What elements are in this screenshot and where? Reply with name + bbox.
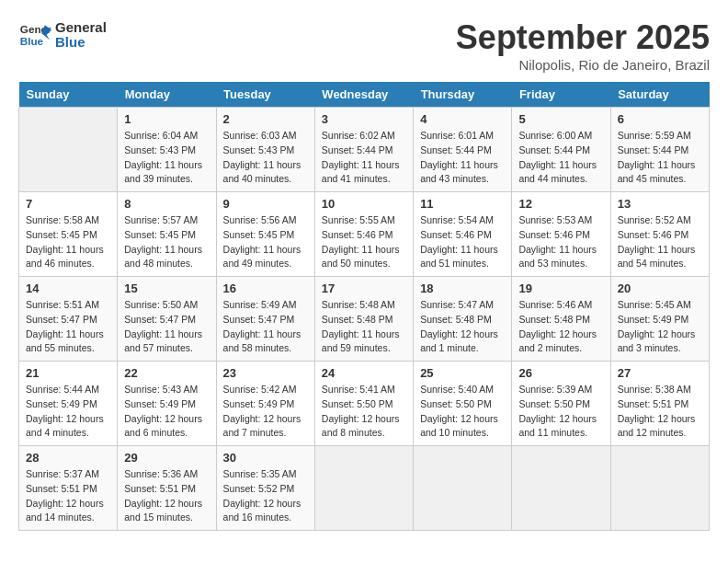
day-info: Sunrise: 5:51 AMSunset: 5:47 PMDaylight:… [26, 298, 110, 356]
calendar-cell: 29Sunrise: 5:36 AMSunset: 5:51 PMDayligh… [118, 446, 216, 531]
calendar-cell: 22Sunrise: 5:43 AMSunset: 5:49 PMDayligh… [118, 362, 216, 446]
day-info: Sunrise: 6:02 AMSunset: 5:44 PMDaylight:… [322, 129, 406, 187]
day-info: Sunrise: 5:37 AMSunset: 5:51 PMDaylight:… [26, 467, 110, 525]
day-number: 24 [322, 366, 406, 380]
day-info: Sunrise: 5:40 AMSunset: 5:50 PMDaylight:… [420, 383, 505, 441]
calendar-header: SundayMondayTuesdayWednesdayThursdayFrid… [19, 82, 710, 108]
day-info: Sunrise: 5:49 AMSunset: 5:47 PMDaylight:… [223, 298, 308, 356]
day-number: 16 [223, 282, 308, 295]
day-number: 29 [124, 451, 209, 465]
day-number: 3 [322, 112, 406, 126]
page-header: General Blue General Blue September 2025… [18, 18, 710, 73]
day-number: 9 [223, 197, 308, 211]
calendar-cell: 30Sunrise: 5:35 AMSunset: 5:52 PMDayligh… [216, 446, 314, 531]
calendar-cell: 24Sunrise: 5:41 AMSunset: 5:50 PMDayligh… [314, 362, 413, 446]
calendar-cell: 4Sunrise: 6:01 AMSunset: 5:44 PMDaylight… [414, 108, 512, 192]
calendar-cell [512, 446, 610, 531]
calendar-cell: 20Sunrise: 5:45 AMSunset: 5:49 PMDayligh… [610, 277, 709, 362]
day-number: 4 [420, 112, 505, 126]
calendar-cell: 12Sunrise: 5:53 AMSunset: 5:46 PMDayligh… [512, 192, 610, 277]
header-day: Thursday [414, 82, 512, 108]
day-number: 12 [518, 197, 603, 211]
calendar-cell: 1Sunrise: 6:04 AMSunset: 5:43 PMDaylight… [118, 108, 216, 192]
day-number: 28 [26, 451, 110, 465]
day-info: Sunrise: 5:59 AMSunset: 5:44 PMDaylight:… [618, 129, 702, 187]
header-day: Tuesday [216, 82, 314, 108]
calendar-cell: 7Sunrise: 5:58 AMSunset: 5:45 PMDaylight… [19, 192, 118, 277]
calendar-cell: 14Sunrise: 5:51 AMSunset: 5:47 PMDayligh… [19, 277, 118, 362]
calendar-cell: 13Sunrise: 5:52 AMSunset: 5:46 PMDayligh… [610, 192, 709, 277]
calendar-cell: 15Sunrise: 5:50 AMSunset: 5:47 PMDayligh… [118, 277, 216, 362]
calendar-cell: 5Sunrise: 6:00 AMSunset: 5:44 PMDaylight… [512, 108, 610, 192]
day-info: Sunrise: 5:55 AMSunset: 5:46 PMDaylight:… [322, 213, 406, 271]
logo: General Blue General Blue [18, 18, 107, 52]
day-number: 23 [223, 366, 308, 380]
calendar-cell: 18Sunrise: 5:47 AMSunset: 5:48 PMDayligh… [414, 277, 512, 362]
day-number: 21 [26, 366, 110, 380]
day-info: Sunrise: 5:45 AMSunset: 5:49 PMDaylight:… [618, 298, 702, 356]
day-number: 27 [618, 366, 702, 380]
calendar-cell [414, 446, 512, 531]
calendar-cell [610, 446, 709, 531]
calendar-cell: 3Sunrise: 6:02 AMSunset: 5:44 PMDaylight… [314, 108, 413, 192]
header-day: Wednesday [314, 82, 413, 108]
day-info: Sunrise: 5:43 AMSunset: 5:49 PMDaylight:… [124, 383, 209, 441]
day-info: Sunrise: 5:50 AMSunset: 5:47 PMDaylight:… [124, 298, 209, 356]
day-number: 7 [26, 197, 110, 211]
calendar-cell: 11Sunrise: 5:54 AMSunset: 5:46 PMDayligh… [414, 192, 512, 277]
day-info: Sunrise: 5:41 AMSunset: 5:50 PMDaylight:… [322, 383, 406, 441]
calendar-cell: 28Sunrise: 5:37 AMSunset: 5:51 PMDayligh… [19, 446, 118, 531]
day-info: Sunrise: 5:46 AMSunset: 5:48 PMDaylight:… [518, 298, 603, 356]
header-day: Saturday [610, 82, 709, 108]
calendar-week-row: 28Sunrise: 5:37 AMSunset: 5:51 PMDayligh… [19, 446, 710, 531]
calendar-cell: 6Sunrise: 5:59 AMSunset: 5:44 PMDaylight… [610, 108, 709, 192]
day-number: 11 [420, 197, 505, 211]
day-info: Sunrise: 5:47 AMSunset: 5:48 PMDaylight:… [420, 298, 505, 356]
day-info: Sunrise: 5:39 AMSunset: 5:50 PMDaylight:… [518, 383, 603, 441]
day-info: Sunrise: 5:56 AMSunset: 5:45 PMDaylight:… [223, 213, 308, 271]
day-number: 17 [322, 282, 406, 295]
logo-text-general: General [55, 20, 107, 36]
day-number: 1 [124, 112, 209, 126]
day-info: Sunrise: 5:42 AMSunset: 5:49 PMDaylight:… [223, 383, 308, 441]
calendar-table: SundayMondayTuesdayWednesdayThursdayFrid… [18, 82, 710, 531]
day-info: Sunrise: 6:04 AMSunset: 5:43 PMDaylight:… [124, 129, 209, 187]
day-info: Sunrise: 5:54 AMSunset: 5:46 PMDaylight:… [420, 213, 505, 271]
day-info: Sunrise: 5:58 AMSunset: 5:45 PMDaylight:… [26, 213, 110, 271]
day-number: 15 [124, 282, 209, 295]
day-number: 6 [618, 112, 702, 126]
day-number: 20 [618, 282, 702, 295]
day-info: Sunrise: 6:03 AMSunset: 5:43 PMDaylight:… [223, 129, 308, 187]
calendar-cell: 8Sunrise: 5:57 AMSunset: 5:45 PMDaylight… [118, 192, 216, 277]
calendar-body: 1Sunrise: 6:04 AMSunset: 5:43 PMDaylight… [19, 108, 710, 531]
svg-text:Blue: Blue [20, 35, 44, 47]
calendar-cell: 23Sunrise: 5:42 AMSunset: 5:49 PMDayligh… [216, 362, 314, 446]
day-info: Sunrise: 6:01 AMSunset: 5:44 PMDaylight:… [420, 129, 505, 187]
day-info: Sunrise: 5:38 AMSunset: 5:51 PMDaylight:… [618, 383, 702, 441]
calendar-cell [19, 108, 118, 192]
calendar-cell: 27Sunrise: 5:38 AMSunset: 5:51 PMDayligh… [610, 362, 709, 446]
calendar-cell: 21Sunrise: 5:44 AMSunset: 5:49 PMDayligh… [19, 362, 118, 446]
day-info: Sunrise: 5:35 AMSunset: 5:52 PMDaylight:… [223, 467, 308, 525]
calendar-cell: 26Sunrise: 5:39 AMSunset: 5:50 PMDayligh… [512, 362, 610, 446]
day-info: Sunrise: 5:44 AMSunset: 5:49 PMDaylight:… [26, 383, 110, 441]
location: Nilopolis, Rio de Janeiro, Brazil [456, 57, 710, 73]
day-number: 19 [518, 282, 603, 295]
day-info: Sunrise: 5:48 AMSunset: 5:48 PMDaylight:… [322, 298, 406, 356]
header-day: Friday [512, 82, 610, 108]
calendar-cell: 17Sunrise: 5:48 AMSunset: 5:48 PMDayligh… [314, 277, 413, 362]
day-number: 25 [420, 366, 505, 380]
calendar-week-row: 7Sunrise: 5:58 AMSunset: 5:45 PMDaylight… [19, 192, 710, 277]
title-block: September 2025 Nilopolis, Rio de Janeiro… [456, 18, 710, 73]
day-info: Sunrise: 5:57 AMSunset: 5:45 PMDaylight:… [124, 213, 209, 271]
header-row: SundayMondayTuesdayWednesdayThursdayFrid… [19, 82, 710, 108]
day-info: Sunrise: 5:52 AMSunset: 5:46 PMDaylight:… [618, 213, 702, 271]
day-number: 26 [518, 366, 603, 380]
calendar-cell [314, 446, 413, 531]
calendar-week-row: 1Sunrise: 6:04 AMSunset: 5:43 PMDaylight… [19, 108, 710, 192]
day-number: 10 [322, 197, 406, 211]
calendar-cell: 10Sunrise: 5:55 AMSunset: 5:46 PMDayligh… [314, 192, 413, 277]
day-info: Sunrise: 5:53 AMSunset: 5:46 PMDaylight:… [518, 213, 603, 271]
month-title: September 2025 [456, 18, 710, 57]
logo-icon: General Blue [18, 18, 51, 52]
